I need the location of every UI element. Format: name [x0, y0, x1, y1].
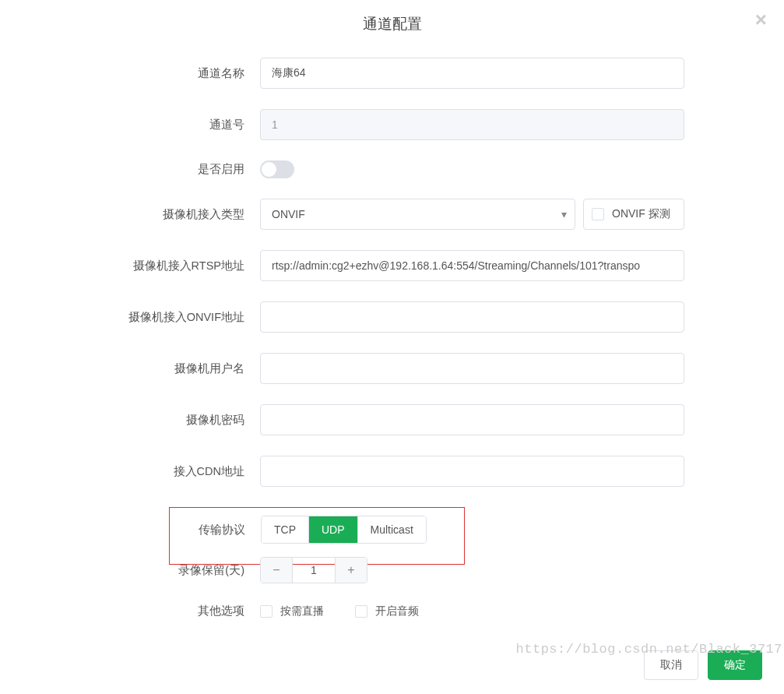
on-demand-option[interactable]: 按需直播: [260, 604, 324, 618]
channel-no-input: [260, 109, 684, 140]
on-demand-label: 按需直播: [280, 604, 324, 618]
label-cdn-addr: 接入CDN地址: [0, 464, 260, 479]
enable-audio-label: 开启音频: [375, 604, 419, 618]
enabled-toggle[interactable]: [260, 160, 294, 178]
rtsp-addr-input[interactable]: [260, 250, 684, 281]
modal-header: 通道配置 ×: [0, 0, 784, 51]
label-camera-user: 摄像机用户名: [0, 361, 260, 376]
config-form: 通道名称 通道号 是否启用 摄像机接入类型 ONVIF: [0, 51, 784, 618]
label-camera-type: 摄像机接入类型: [0, 207, 260, 222]
label-onvif-addr: 摄像机接入ONVIF地址: [0, 310, 260, 325]
camera-pass-input[interactable]: [260, 404, 684, 435]
record-keep-value[interactable]: 1: [292, 558, 336, 583]
label-other-opts: 其他选项: [0, 604, 260, 618]
transport-highlight-box: 传输协议 TCP UDP Multicast: [169, 507, 465, 565]
label-channel-no: 通道号: [0, 118, 260, 132]
onvif-probe-checkbox[interactable]: [592, 208, 604, 220]
channel-config-modal: 通道配置 × 通道名称 通道号 是否启用 摄像机接入类型: [0, 0, 784, 694]
modal-title: 通道配置: [363, 16, 422, 32]
record-keep-stepper: − 1 +: [260, 557, 367, 583]
camera-user-input[interactable]: [260, 353, 684, 384]
transport-multicast[interactable]: Multicast: [358, 516, 426, 543]
label-record-keep: 录像保留(天): [0, 563, 260, 578]
label-rtsp-addr: 摄像机接入RTSP地址: [0, 259, 260, 273]
stepper-minus-icon[interactable]: −: [261, 558, 292, 583]
enable-audio-checkbox[interactable]: [355, 605, 367, 618]
camera-type-value: ONVIF: [272, 208, 305, 220]
onvif-probe-label: ONVIF 探测: [612, 207, 670, 221]
enable-audio-option[interactable]: 开启音频: [355, 604, 419, 618]
onvif-probe-box[interactable]: ONVIF 探测: [583, 199, 684, 230]
label-transport: 传输协议: [170, 523, 261, 537]
cdn-addr-input[interactable]: [260, 456, 684, 487]
stepper-plus-icon[interactable]: +: [336, 558, 367, 583]
transport-udp[interactable]: UDP: [309, 516, 358, 543]
onvif-addr-input[interactable]: [260, 301, 684, 333]
label-camera-pass: 摄像机密码: [0, 413, 260, 428]
watermark-text: https://blog.csdn.net/Black_3717: [516, 642, 782, 657]
channel-name-input[interactable]: [260, 58, 684, 89]
transport-button-group: TCP UDP Multicast: [261, 516, 427, 544]
label-channel-name: 通道名称: [0, 66, 260, 81]
camera-type-select[interactable]: ONVIF: [260, 199, 575, 230]
transport-tcp[interactable]: TCP: [262, 516, 309, 543]
label-enabled: 是否启用: [0, 162, 260, 177]
on-demand-checkbox[interactable]: [260, 605, 272, 618]
close-icon[interactable]: ×: [755, 9, 767, 30]
